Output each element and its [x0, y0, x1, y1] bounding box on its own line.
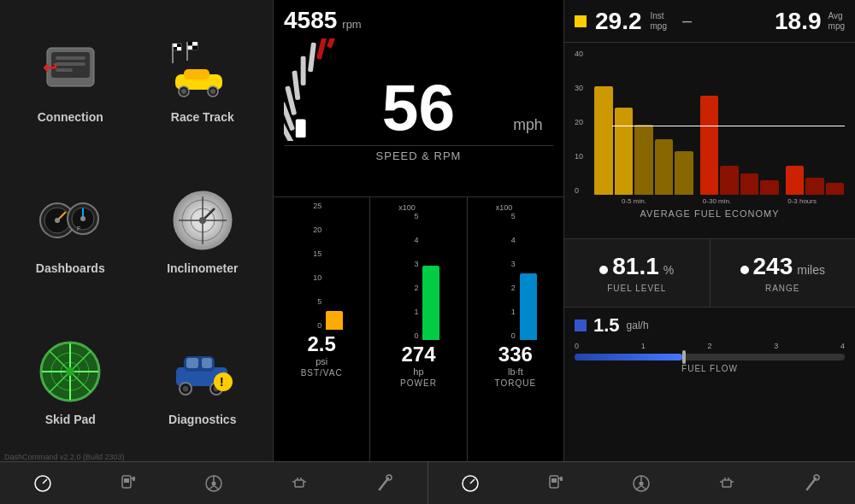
- power-bar-area: 543210: [397, 212, 439, 340]
- svg-rect-4: [56, 68, 73, 72]
- tab-wrench-icon[interactable]: [369, 468, 400, 499]
- fuel-flow-marker: [682, 350, 686, 364]
- range-row: 243 miles: [740, 253, 825, 280]
- racetrack-icon: [168, 42, 237, 97]
- left-nav-panel: ↩ Connection: [0, 0, 274, 461]
- chart-bar: [740, 173, 759, 196]
- svg-text:!: !: [220, 375, 224, 389]
- racetrack-icon-container: [168, 35, 237, 103]
- speed-rpm-label: SPEED & RPM: [284, 145, 553, 166]
- torque-value: 336: [498, 343, 533, 366]
- chart-x-labels: 0-5 min. 0-30 min. 0-3 hours: [593, 197, 845, 205]
- torque-bar: [520, 273, 537, 340]
- rpm-value: 4585: [284, 7, 337, 34]
- fuel-flow-value: 1.5: [593, 314, 620, 337]
- mpg-avg-value: 18.9: [775, 8, 822, 35]
- mpg-section: 29.2 Instmpg – 18.9 Avgmpg: [564, 0, 855, 43]
- svg-text:56: 56: [382, 70, 455, 141]
- svg-rect-68: [301, 56, 306, 85]
- bstvac-bar: [326, 311, 343, 331]
- sidebar-item-skidpad[interactable]: Skid Pad: [9, 310, 133, 453]
- svg-rect-111: [722, 480, 731, 487]
- svg-point-117: [814, 475, 819, 480]
- chart-bar: [655, 139, 674, 195]
- chart-x-label-3: 0-3 hours: [787, 197, 817, 205]
- chart-bar: [675, 151, 693, 195]
- chart-area: 403020100: [575, 50, 845, 195]
- svg-text:↩: ↩: [43, 58, 57, 77]
- tab-steering2-icon[interactable]: [626, 468, 657, 499]
- svg-line-92: [214, 485, 219, 489]
- bottom-gauges: 2520151050 2.5 psi BST/VAC x100 543210 2…: [274, 196, 563, 461]
- svg-text:mph: mph: [513, 116, 542, 133]
- tab-speedometer2-icon[interactable]: [455, 468, 486, 499]
- dashboards-label: Dashboards: [36, 261, 105, 275]
- fuel-flow-bar-fill: [575, 354, 682, 360]
- svg-line-98: [380, 478, 388, 489]
- sidebar-item-inclinometer[interactable]: Inclinometer: [141, 160, 265, 302]
- middle-panel: 4585 rpm: [274, 0, 564, 461]
- diagnostics-icon: !: [172, 346, 233, 397]
- chart-x-label-2: 0-30 min.: [703, 197, 731, 205]
- version-text: DashCommand v2.2.0 (Build 2303): [4, 453, 125, 461]
- sidebar-item-connection[interactable]: ↩ Connection: [9, 9, 133, 151]
- mpg-inst-value: 29.2: [595, 8, 642, 35]
- arc-gauge-svg: 56 mph: [284, 38, 553, 141]
- svg-rect-67: [292, 70, 300, 100]
- chart-bar: [594, 86, 613, 196]
- connection-label: Connection: [38, 110, 103, 124]
- bstvac-bar-area: 2520151050: [300, 202, 343, 330]
- range-dot: [740, 266, 749, 274]
- svg-line-91: [209, 485, 214, 489]
- fuel-flow-section: 1.5 gal/h 01234 FUEL FLOW: [564, 308, 855, 461]
- sidebar-item-dashboards[interactable]: F Dashboards: [9, 160, 133, 302]
- diagnostics-icon-container: !: [168, 337, 237, 406]
- sidebar-item-racetrack[interactable]: Race Track: [141, 9, 265, 151]
- tab-steering-icon[interactable]: [198, 468, 229, 499]
- tab-engine2-icon[interactable]: [711, 468, 742, 499]
- torque-scale: 543210: [494, 212, 516, 340]
- bstvac-value: 2.5: [307, 332, 335, 356]
- fuel-flow-unit: gal/h: [627, 319, 649, 331]
- skidpad-label: Skid Pad: [45, 413, 96, 426]
- bstvac-unit: psi: [315, 356, 327, 366]
- tab-section-left: [0, 462, 428, 504]
- bstvac-scale: 2520151050: [300, 202, 321, 330]
- svg-point-52: [182, 385, 188, 391]
- racetrack-label: Race Track: [171, 110, 234, 124]
- svg-point-23: [55, 218, 60, 223]
- torque-x100: x100: [496, 203, 513, 212]
- inclinometer-label: Inclinometer: [167, 261, 238, 275]
- svg-rect-85: [124, 478, 129, 483]
- connection-icon: ↩: [38, 44, 103, 95]
- tab-fuel-icon[interactable]: [113, 468, 144, 499]
- chart-bar: [615, 108, 634, 195]
- svg-point-99: [386, 475, 392, 480]
- chart-bars-container: [593, 50, 845, 195]
- dashboards-icon: F: [38, 195, 103, 246]
- tab-fuel2-icon[interactable]: [540, 468, 571, 499]
- tab-engine-icon[interactable]: [284, 468, 315, 499]
- svg-text:F: F: [77, 226, 80, 231]
- tab-speedometer-icon[interactable]: [27, 468, 58, 499]
- tab-section-right: [428, 462, 856, 504]
- power-scale: 543210: [397, 212, 418, 340]
- speed-rpm-section: 4585 rpm: [274, 0, 563, 196]
- fuel-level-dot: [599, 266, 608, 274]
- svg-rect-2: [56, 56, 86, 60]
- fuel-level-row: 81.1 %: [599, 253, 674, 280]
- inclinometer-icon-container: [168, 186, 237, 255]
- svg-line-116: [807, 478, 816, 489]
- sidebar-item-diagnostics[interactable]: ! Diagnostics: [141, 310, 265, 453]
- svg-rect-54: [186, 358, 198, 368]
- svg-line-101: [470, 479, 475, 483]
- mpg-indicator: [575, 15, 587, 27]
- range-label: RANGE: [765, 284, 800, 293]
- arc-gauge: 56 mph: [284, 34, 553, 145]
- fuel-level-block: 81.1 % FUEL LEVEL: [564, 239, 711, 307]
- power-unit: hp: [413, 366, 423, 377]
- svg-line-83: [43, 479, 47, 483]
- tab-wrench2-icon[interactable]: [797, 468, 828, 499]
- fuel-flow-bar-bg: [575, 354, 845, 360]
- svg-point-47: [66, 367, 74, 376]
